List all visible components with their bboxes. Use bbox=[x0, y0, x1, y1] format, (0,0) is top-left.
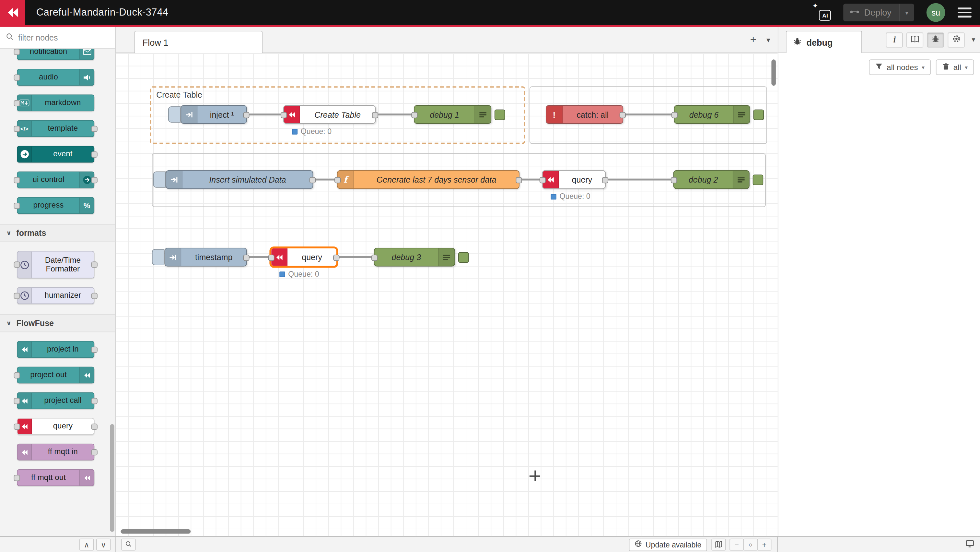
canvas-horizontal-scrollbar[interactable] bbox=[121, 529, 191, 534]
user-avatar[interactable]: su bbox=[926, 3, 945, 22]
port-in[interactable] bbox=[268, 255, 275, 261]
node-insert-simulated-data[interactable]: Insert simulated Data bbox=[165, 170, 313, 189]
palette-node-progress[interactable]: progress % bbox=[17, 197, 94, 214]
debug-toggle-button[interactable] bbox=[495, 110, 505, 120]
workspace: Flow 1 + ▾ Create Table bbox=[116, 27, 778, 536]
node-inject-1[interactable]: inject ¹ bbox=[180, 105, 247, 124]
node-debug-1[interactable]: debug 1 bbox=[414, 105, 491, 124]
port-out[interactable] bbox=[620, 112, 626, 118]
inject-button[interactable] bbox=[168, 106, 181, 123]
inject-icon bbox=[166, 171, 183, 188]
node-query-mid[interactable]: query bbox=[542, 170, 606, 189]
node-timestamp[interactable]: timestamp bbox=[164, 248, 247, 266]
canvas-vertical-scrollbar[interactable] bbox=[771, 59, 776, 86]
zoom-out-button[interactable]: − bbox=[730, 539, 744, 551]
port-out[interactable] bbox=[243, 255, 249, 261]
port-out[interactable] bbox=[333, 255, 339, 261]
port-in bbox=[14, 474, 20, 481]
palette-scrollbar[interactable] bbox=[110, 424, 115, 532]
palette-node-ff-mqtt-out[interactable]: ff mqtt out bbox=[17, 469, 94, 486]
palette-section-flowfuse[interactable]: ∨ FlowFuse bbox=[0, 314, 115, 332]
debug-tab-button[interactable] bbox=[928, 32, 944, 47]
port-in[interactable] bbox=[334, 177, 340, 183]
inject-button[interactable] bbox=[153, 172, 166, 188]
palette-node-datetime-formatter[interactable]: Date/Time Formatter bbox=[17, 251, 94, 279]
debug-toggle-button[interactable] bbox=[458, 252, 469, 263]
palette-node-markdown[interactable]: markdown bbox=[17, 94, 94, 111]
flowfuse-logo-icon[interactable] bbox=[0, 0, 25, 25]
node-debug-2[interactable]: debug 2 bbox=[673, 170, 749, 189]
palette-node-notification[interactable]: notification bbox=[17, 49, 94, 60]
port-in[interactable] bbox=[411, 112, 417, 118]
node-create-table[interactable]: Create Table bbox=[283, 105, 375, 124]
filter-label: all nodes bbox=[887, 63, 918, 72]
bug-icon bbox=[793, 37, 802, 48]
debug-toggle-button[interactable] bbox=[753, 110, 764, 120]
palette-node-event[interactable]: event bbox=[17, 146, 94, 163]
debug-filter-button[interactable]: all nodes ▾ bbox=[869, 59, 931, 75]
deploy-button[interactable]: Deploy bbox=[843, 4, 899, 21]
palette-expand-all-button[interactable]: ∨ bbox=[96, 539, 110, 551]
port-in[interactable] bbox=[371, 255, 377, 261]
palette-node-query[interactable]: query bbox=[17, 418, 94, 435]
palette-node-project-in[interactable]: project in bbox=[17, 341, 94, 358]
palette-node-ff-mqtt-in[interactable]: ff mqtt in bbox=[17, 444, 94, 461]
palette-node-ui-control[interactable]: ui control bbox=[17, 172, 94, 188]
debug-clear-button[interactable]: all ▾ bbox=[936, 59, 974, 75]
book-icon bbox=[911, 34, 920, 46]
port-out[interactable] bbox=[243, 112, 249, 118]
node-debug-3[interactable]: debug 3 bbox=[374, 248, 455, 266]
port-out[interactable] bbox=[602, 177, 608, 183]
flow-canvas[interactable]: Create Table bbox=[116, 53, 778, 536]
node-query-selected[interactable]: query bbox=[270, 248, 337, 266]
palette-search-input[interactable] bbox=[18, 33, 110, 42]
port-in[interactable] bbox=[281, 112, 287, 118]
zoom-in-button[interactable]: + bbox=[757, 539, 771, 551]
port-out[interactable] bbox=[372, 112, 378, 118]
zoom-reset-icon: ○ bbox=[749, 542, 752, 548]
config-tab-button[interactable] bbox=[948, 32, 965, 47]
sidebar-panel: debug i bbox=[778, 27, 980, 536]
open-debug-window-button[interactable] bbox=[965, 539, 975, 550]
palette-body: notification audio bbox=[0, 49, 115, 536]
flowfuse-icon bbox=[80, 470, 94, 485]
zoom-reset-button[interactable]: ○ bbox=[743, 539, 758, 551]
deploy-options-caret[interactable]: ▾ bbox=[899, 4, 914, 21]
zoom-controls: − ○ + bbox=[730, 539, 771, 551]
tab-flow-1[interactable]: Flow 1 bbox=[135, 31, 262, 53]
info-tab-button[interactable]: i bbox=[886, 32, 903, 47]
port-out[interactable] bbox=[515, 177, 522, 183]
flow-list-caret[interactable]: ▾ bbox=[767, 35, 770, 44]
palette-collapse-all-button[interactable]: ∧ bbox=[80, 539, 94, 551]
port-out[interactable] bbox=[310, 177, 316, 183]
port-in[interactable] bbox=[671, 177, 677, 183]
deploy-icon bbox=[850, 8, 860, 18]
main-menu-button[interactable] bbox=[958, 8, 971, 18]
plus-icon: + bbox=[762, 541, 767, 549]
editor-content: notification audio bbox=[0, 27, 980, 536]
sidebar-options-caret[interactable]: ▾ bbox=[972, 36, 975, 45]
node-catch-all[interactable]: ! catch: all bbox=[546, 105, 623, 124]
navigator-toggle-button[interactable] bbox=[711, 539, 725, 551]
palette-section-formats[interactable]: ∨ formats bbox=[0, 224, 115, 242]
update-available-button[interactable]: Update available bbox=[629, 538, 707, 551]
node-generate-sensor-data[interactable]: f Generate last 7 days sensor data bbox=[337, 170, 520, 189]
add-flow-button[interactable]: + bbox=[750, 34, 756, 46]
flowfuse-icon bbox=[80, 367, 94, 383]
search-flows-button[interactable] bbox=[121, 539, 135, 551]
palette-search bbox=[0, 27, 115, 49]
port-in[interactable] bbox=[539, 177, 546, 183]
node-debug-6[interactable]: debug 6 bbox=[674, 105, 750, 124]
palette-node-template[interactable]: </> template bbox=[17, 120, 94, 137]
help-tab-button[interactable] bbox=[907, 32, 924, 47]
ai-assistant-button[interactable]: ✦ AI bbox=[812, 4, 832, 21]
palette-node-humanizer[interactable]: humanizer bbox=[17, 287, 94, 304]
debug-messages-area[interactable] bbox=[778, 80, 980, 536]
inject-button[interactable] bbox=[152, 249, 165, 265]
palette-node-project-out[interactable]: project out bbox=[17, 367, 94, 383]
palette-node-audio[interactable]: audio bbox=[17, 69, 94, 86]
tab-debug[interactable]: debug bbox=[786, 31, 862, 53]
palette-node-project-call[interactable]: project call bbox=[17, 392, 94, 409]
debug-toggle-button[interactable] bbox=[753, 174, 764, 185]
port-in[interactable] bbox=[671, 112, 678, 118]
